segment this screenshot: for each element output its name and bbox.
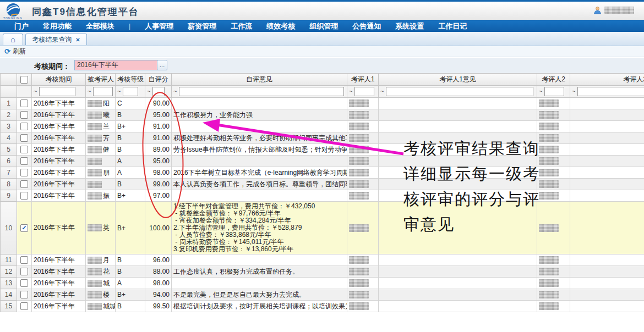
row-checkbox[interactable] [20,99,28,107]
row-number-cell: 7 [1,167,17,179]
column-header-2[interactable]: 被考评人 [86,74,116,86]
filter-input-col-5[interactable] [152,87,165,96]
cell-reviewer2 [537,144,570,156]
cell-self-comment [172,254,347,266]
menu-item-5[interactable]: 薪资管理 [188,21,216,31]
table-row[interactable]: 82016年下半年B99.00本人认真负责各项工作，完成各项目标。尊重领导，团结… [1,179,644,190]
cell-reviewer2-comment [570,266,644,278]
row-checkbox[interactable] [20,111,28,119]
table-row[interactable]: 12016年下半年阳C90.00 [1,98,644,109]
table-row[interactable]: 132016年下半年城A98.00 [1,278,644,289]
row-checkbox[interactable] [20,256,28,264]
table-row[interactable]: 22016年下半年曦B95.00工作积极努力，业务能力强 [1,109,644,121]
assessment-period-input[interactable] [74,60,158,70]
menu-item-4[interactable]: 人事管理 [145,21,173,31]
censored-reviewer2 [539,302,559,310]
menu-item-7[interactable]: 绩效考核 [266,21,295,31]
filter-input-col-4[interactable] [123,87,138,96]
filter-input-col-10[interactable] [577,87,644,96]
row-checkbox[interactable] [20,291,28,298]
menu-item-8[interactable]: 组织管理 [309,21,338,31]
column-header-5[interactable]: 自评意见 [172,74,347,86]
menu-item-11[interactable]: 工作日记 [438,21,467,31]
row-checkbox[interactable] [20,146,28,153]
tab-home[interactable]: ⌂ [3,34,23,45]
column-header-4[interactable]: 自评分 [145,74,172,86]
comment-text: 工作积极努力，业务能力强 [173,111,253,119]
cell-reviewer2 [537,179,570,190]
filter-input-col-6[interactable] [179,87,344,96]
row-number-cell: 2 [1,109,17,121]
filter-input-col-3[interactable] [93,87,113,96]
table-row[interactable]: 142016年下半年楼B+94.00不是最完美，但是是尽自己最大努力去完成。 [1,289,644,301]
row-checkbox[interactable] [20,302,28,310]
tab-assessment-results[interactable]: 考核结果查询 ✕ [25,34,87,45]
table-row[interactable]: 122016年下半年花B88.00工作态度认真，积极努力完成布置的任务。 [1,266,644,278]
checkbox-cell [17,289,32,301]
select-all-checkbox[interactable] [20,76,28,84]
filter-input-col-2[interactable] [39,87,75,96]
tab-label: 考核结果查询 [32,35,72,45]
row-checkbox[interactable] [20,134,28,142]
column-header-9[interactable]: 考评人2意见 [570,74,644,86]
menu-item-3[interactable]: 全部模块 [86,21,114,31]
menu-item-1[interactable]: 门户 [14,21,29,31]
table-row[interactable]: 152016年下半年城城B99.50根据培训计划及要求，按时开展相关培训课程；以… [1,301,644,312]
row-number-cell: 14 [1,289,17,301]
tilde-label: ~ [173,88,177,95]
censored-reviewer2 [539,192,559,200]
filter-input-col-9[interactable] [544,87,564,96]
table-body: 12016年下半年阳C90.0022016年下半年曦B95.00工作积极努力，业… [1,98,644,312]
filter-cell: ~ [116,86,145,98]
column-header-1[interactable]: 考核期间 [32,74,86,86]
table-row[interactable]: 92016年下半年振B+97.00 [1,190,644,202]
cell-reviewer1 [347,132,379,144]
table-row[interactable]: 42016年下半年芳B91.00积极处理好考勤相关等业务，必要时协助部门同事完成… [1,132,644,144]
row-checkbox[interactable] [20,192,28,200]
comment-text: 工作态度认真，积极努力完成布置的任务。 [173,268,299,275]
refresh-button[interactable]: 刷新 [13,47,26,56]
column-header-6[interactable]: 考评人1 [347,74,379,86]
column-header-8[interactable]: 考评人2 [537,74,570,86]
row-checkbox[interactable] [20,180,28,188]
filter-cell: ~ [379,86,537,98]
row-checkbox[interactable] [20,268,28,275]
cell-person: 曦 [86,109,116,121]
censored-name [88,135,102,142]
checkbox-cell [17,132,32,144]
row-number-cell: 11 [1,254,17,266]
cell-reviewer2-comment [570,289,644,301]
cell-reviewer1 [347,144,379,156]
row-checkbox[interactable] [20,279,28,287]
row-number-header [1,74,17,86]
row-checkbox[interactable] [20,123,28,130]
menu-item-9[interactable]: 公告通知 [352,21,381,31]
cell-grade: C [116,98,145,109]
censored-reviewer1 [349,169,369,176]
table-row[interactable]: 32016年下半年兰B+91.00 [1,121,644,132]
table-row[interactable]: 10✓2016年下半年英B+100.001.经下半年对食堂管理，费用共节俭：￥4… [1,202,644,254]
tab-close-icon[interactable]: ✕ [75,37,80,43]
table-row[interactable]: 72016年下半年朋A98.002016下半年树立目标基本完成（e-learni… [1,167,644,179]
menu-item-2[interactable]: 常用功能 [43,21,72,31]
row-checkbox[interactable] [20,169,28,176]
row-checkbox[interactable] [20,157,28,165]
row-checkbox[interactable]: ✓ [20,224,28,232]
filter-input-col-8[interactable] [386,87,533,96]
table-row[interactable]: 52016年下半年健B89.00劳务Issue事件防范到位，情报大部能及时知悉；… [1,144,644,156]
menu-item-6[interactable]: 工作流 [231,21,252,31]
menu-item-10[interactable]: 系统设置 [395,21,424,31]
cell-reviewer1-comment [379,266,537,278]
comment-text: 2016下半年树立目标基本完成（e-learning网络教育学习周期截止 [173,169,347,176]
filter-input-col-7[interactable] [354,87,374,96]
column-header-3[interactable]: 考核等级 [116,74,145,86]
table-row[interactable]: 62016年下半年A95.00 [1,156,644,167]
period-picker-button[interactable]: … [157,60,167,70]
censored-reviewer2 [539,157,559,165]
table-row[interactable]: 112016年下半年月B96.00 [1,254,644,266]
censored-name [88,192,102,200]
cell-person: 城城 [86,301,116,312]
cell-person [86,156,116,167]
user-area[interactable] [593,6,634,14]
column-header-7[interactable]: 考评人1意见 [379,74,537,86]
